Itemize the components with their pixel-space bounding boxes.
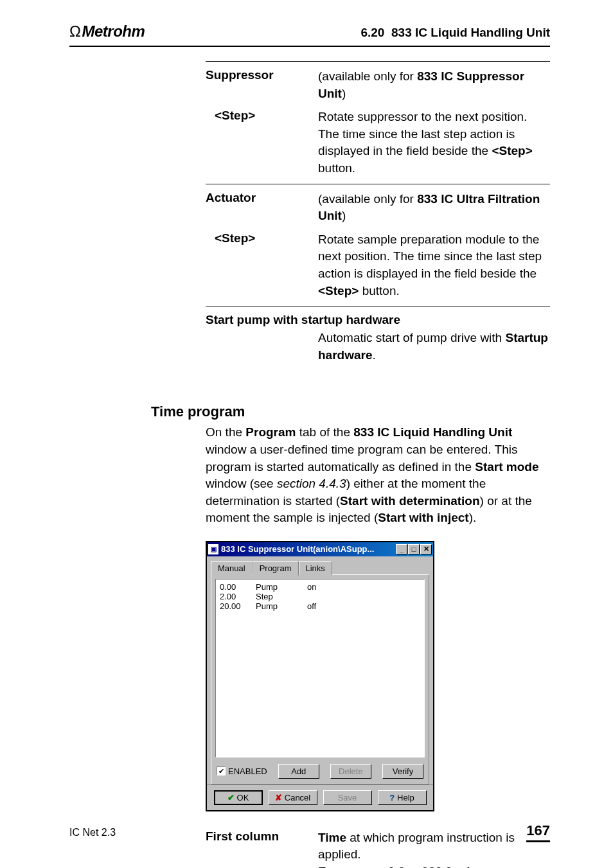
ok-button[interactable]: ✔ OK bbox=[214, 790, 263, 805]
cancel-button[interactable]: ✘Cancel bbox=[269, 790, 317, 805]
x-icon: ✘ bbox=[275, 793, 282, 802]
suppressor-dialog: ▣ 833 IC Suppressor Unit(anion\ASupp... … bbox=[206, 541, 434, 811]
param-desc: (available only for 833 IC Suppressor Un… bbox=[318, 68, 550, 102]
cmd-cell: Pump bbox=[256, 601, 307, 611]
time-program-paragraph: On the Program tab of the 833 IC Liquid … bbox=[206, 424, 550, 527]
add-button[interactable]: Add bbox=[278, 764, 319, 779]
param-desc: Rotate suppressor to the next position. … bbox=[318, 109, 550, 177]
section-title: 6.20 833 IC Liquid Handling Unit bbox=[360, 26, 550, 40]
list-item[interactable]: 2.00 Step bbox=[220, 592, 420, 601]
product-name: IC Net 2.3 bbox=[69, 827, 116, 838]
time-cell: 20.00 bbox=[220, 601, 256, 611]
list-item[interactable]: 20.00 Pump off bbox=[220, 601, 420, 611]
param-label: Actuator bbox=[206, 191, 318, 225]
close-button[interactable]: ✕ bbox=[420, 544, 432, 554]
param-desc: Automatic start of pump drive with Start… bbox=[318, 330, 550, 364]
page-header: ΩMetrohm 6.20 833 IC Liquid Handling Uni… bbox=[69, 0, 550, 47]
help-label: Help bbox=[397, 793, 414, 802]
cmd-cell: Step bbox=[256, 592, 307, 601]
enabled-checkbox[interactable]: ✔ bbox=[217, 766, 226, 775]
parameter-table: Suppressor (available only for 833 IC Su… bbox=[206, 61, 550, 364]
tab-content: 0.00 Pump on 2.00 Step 20.00 Pump o bbox=[211, 574, 429, 784]
param-label: <Step> bbox=[206, 231, 318, 299]
time-program-heading: Time program bbox=[151, 403, 550, 420]
question-icon: ? bbox=[389, 793, 395, 802]
tab-manual[interactable]: Manual bbox=[211, 561, 253, 575]
page-number: 167 bbox=[526, 822, 550, 842]
dialog-bottom-buttons: ✔ OK ✘Cancel Save ? Help bbox=[207, 784, 433, 810]
time-cell: 0.00 bbox=[220, 582, 256, 592]
cmd-cell: Pump bbox=[256, 582, 307, 592]
param-startup: Start pump with startup hardware Automat… bbox=[206, 306, 550, 364]
arg-cell bbox=[307, 592, 339, 601]
maximize-button[interactable]: □ bbox=[408, 544, 420, 554]
param-label: <Step> bbox=[206, 109, 318, 177]
window-icon: ▣ bbox=[208, 544, 218, 554]
list-item[interactable]: 0.00 Pump on bbox=[220, 582, 420, 592]
program-listbox[interactable]: 0.00 Pump on 2.00 Step 20.00 Pump o bbox=[215, 579, 425, 757]
cancel-label: Cancel bbox=[285, 793, 310, 802]
omega-icon: Ω bbox=[69, 22, 80, 40]
time-cell: 2.00 bbox=[220, 592, 256, 601]
dialog-title: 833 IC Suppressor Unit(anion\ASupp... bbox=[221, 544, 395, 554]
param-suppressor-step: <Step> Rotate suppressor to the next pos… bbox=[206, 109, 550, 183]
param-label: Start pump with startup hardware bbox=[206, 313, 550, 327]
minimize-button[interactable]: _ bbox=[396, 544, 407, 554]
save-button[interactable]: Save bbox=[323, 790, 372, 805]
arg-cell: off bbox=[307, 601, 339, 611]
tab-links[interactable]: Links bbox=[299, 561, 332, 575]
enabled-label: ENABLED bbox=[228, 766, 267, 776]
param-actuator-step: <Step> Rotate sample preparation module … bbox=[206, 231, 550, 306]
param-desc: (available only for 833 IC Ultra Filtrat… bbox=[318, 191, 550, 225]
tab-program[interactable]: Program bbox=[253, 561, 299, 576]
dialog-tabs: Manual Program Links bbox=[211, 561, 429, 575]
verify-button[interactable]: Verify bbox=[382, 764, 423, 779]
delete-button[interactable]: Delete bbox=[330, 764, 371, 779]
ok-label: OK bbox=[237, 793, 249, 802]
save-label: Save bbox=[338, 793, 357, 802]
dialog-titlebar[interactable]: ▣ 833 IC Suppressor Unit(anion\ASupp... … bbox=[207, 542, 433, 556]
param-actuator: Actuator (available only for 833 IC Ultr… bbox=[206, 184, 550, 231]
metrohm-logo: ΩMetrohm bbox=[69, 22, 145, 40]
param-suppressor: Suppressor (available only for 833 IC Su… bbox=[206, 61, 550, 109]
enabled-checkbox-wrap[interactable]: ✔ ENABLED bbox=[217, 766, 267, 776]
page-footer: IC Net 2.3 167 bbox=[69, 822, 550, 842]
arg-cell: on bbox=[307, 582, 339, 592]
param-label: Suppressor bbox=[206, 68, 318, 102]
param-desc: Rotate sample preparation module to the … bbox=[318, 231, 550, 299]
logo-text: Metrohm bbox=[82, 22, 145, 40]
check-icon: ✔ bbox=[227, 793, 235, 802]
help-button[interactable]: ? Help bbox=[378, 790, 427, 805]
